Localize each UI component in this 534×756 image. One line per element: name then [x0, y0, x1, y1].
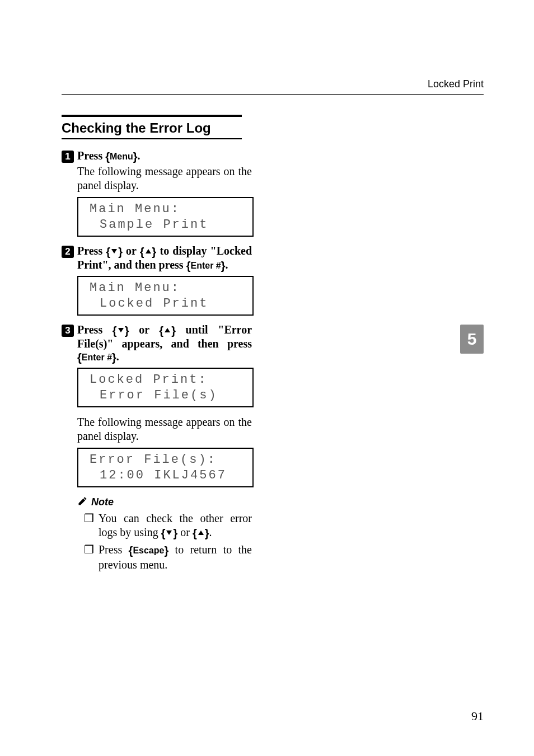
lcd-display-2: Main Menu: Locked Print: [77, 276, 254, 316]
lcd-line-2: Error File(s): [90, 388, 247, 403]
svg-marker-3: [165, 328, 170, 332]
step-number-icon: 2: [62, 246, 74, 258]
svg-marker-4: [166, 530, 172, 535]
svg-marker-0: [111, 249, 117, 253]
lcd-line-2: 12:00 IKLJ4567: [90, 468, 247, 483]
main-column: Checking the Error Log 1 Press {Menu}. T…: [62, 115, 252, 574]
note-heading: Note: [77, 495, 252, 509]
note-item-2-text: Press {Escape} to return to the previous…: [99, 543, 252, 572]
enter-key-label: Enter #: [190, 261, 221, 270]
lcd-line-1: Main Menu:: [90, 201, 247, 217]
note-bullet-icon: ❒: [84, 543, 94, 572]
key-close-bracket: }: [133, 151, 138, 163]
lcd-line-2: Locked Print: [90, 296, 247, 312]
step-2: 2 Press {} or {} to display "Locked Prin…: [62, 245, 252, 273]
step-3: 3 Press {} or {} until "Error File(s)" a…: [62, 323, 252, 364]
header-rule: [62, 94, 484, 95]
lcd-display-3: Locked Print: Error File(s): [77, 368, 254, 407]
svg-marker-2: [118, 328, 124, 332]
note-bullet-icon: ❒: [84, 511, 94, 541]
lcd-line-1: Error File(s):: [90, 452, 247, 468]
svg-marker-5: [198, 530, 204, 535]
heading-bottom-rule: [62, 138, 242, 139]
step-3-body: The following message appears on the pan…: [77, 415, 252, 443]
escape-key-label: Escape: [133, 546, 164, 555]
lcd-line-1: Locked Print:: [90, 372, 247, 388]
lcd-display-4: Error File(s): 12:00 IKLJ4567: [77, 448, 254, 487]
chapter-tab: 5: [460, 325, 484, 354]
section-heading: Checking the Error Log: [62, 120, 252, 136]
lcd-line-2: Sample Print: [90, 217, 247, 233]
page-number: 91: [471, 709, 484, 724]
step-1-body: The following message appears on the pan…: [77, 165, 252, 192]
pencil-icon: [77, 495, 88, 509]
lcd-display-1: Main Menu: Sample Print: [77, 197, 254, 237]
up-arrow-key-icon: [144, 245, 152, 257]
up-arrow-key-icon: [197, 526, 205, 538]
down-arrow-key-icon: [110, 245, 118, 257]
step-3-text: Press {} or {} until "Error File(s)" app…: [77, 323, 252, 364]
svg-marker-1: [146, 249, 151, 253]
step-2-text: Press {} or {} to display "Locked Print"…: [77, 245, 252, 273]
heading-top-rule: [62, 115, 242, 117]
key-open-bracket: {: [105, 151, 110, 163]
step-number-icon: 1: [62, 151, 74, 163]
step-1-text: Press {Menu}.: [77, 149, 252, 163]
down-arrow-key-icon: [165, 526, 173, 538]
note-item-2: ❒ Press {Escape} to return to the previo…: [84, 543, 252, 572]
note-item-1: ❒ You can check the other error logs by …: [84, 511, 252, 541]
lcd-line-1: Main Menu:: [90, 280, 247, 296]
down-arrow-key-icon: [117, 323, 125, 336]
note-label: Note: [91, 496, 114, 508]
up-arrow-key-icon: [163, 323, 171, 336]
step-1: 1 Press {Menu}.: [62, 149, 252, 163]
enter-key-label: Enter #: [82, 353, 112, 362]
note-item-1-text: You can check the other error logs by us…: [99, 511, 252, 541]
step-number-icon: 3: [62, 325, 74, 337]
header-section-label: Locked Print: [428, 78, 484, 90]
menu-key-label: Menu: [110, 152, 133, 161]
